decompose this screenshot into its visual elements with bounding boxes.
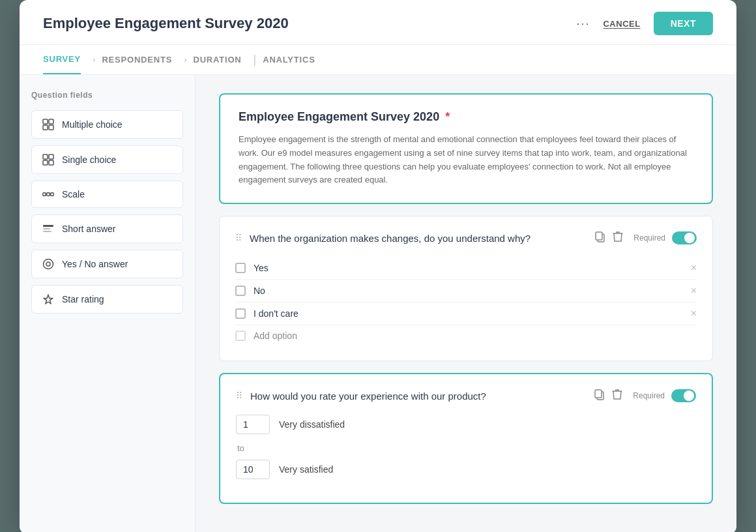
yes-no-icon (42, 258, 54, 270)
drag-handle-2[interactable]: ⠿ (236, 391, 242, 401)
option-remove-yes[interactable]: × (691, 262, 697, 274)
field-short-answer[interactable]: Short answer (31, 214, 183, 243)
tab-duration[interactable]: DURATION (193, 46, 241, 74)
field-single-choice-label: Single choice (62, 155, 116, 165)
copy-icon-1[interactable] (594, 231, 606, 245)
field-scale[interactable]: Scale (31, 181, 183, 208)
option-remove-dontcare[interactable]: × (691, 308, 697, 319)
svg-rect-5 (49, 155, 53, 159)
option-checkbox-no[interactable] (235, 286, 246, 296)
required-label-2: Required (633, 391, 665, 400)
scale-to-text: to (236, 443, 696, 453)
svg-rect-11 (43, 225, 53, 227)
survey-area: Employee Engagement Survey 2020 * Employ… (196, 75, 736, 532)
scale-from-input[interactable] (236, 415, 270, 434)
survey-header-title: Employee Engagement Survey 2020 * (239, 110, 693, 124)
drag-handle-1[interactable]: ⠿ (235, 233, 242, 243)
tab-analytics[interactable]: ANALYTICS (263, 46, 315, 74)
nav-arrow-1: › (93, 55, 95, 65)
app-window: Employee Engagement Survey 2020 ··· CANC… (20, 0, 736, 532)
nav-arrow-2: › (184, 55, 186, 65)
nav-tabs: SURVEY › RESPONDENTS › DURATION | ANALYT… (20, 45, 736, 75)
question-text-2: How would you rate your experience with … (250, 391, 586, 402)
next-button[interactable]: NEXT (654, 12, 713, 35)
option-remove-no[interactable]: × (691, 285, 697, 297)
tab-respondents[interactable]: RESPONDENTS (102, 46, 172, 74)
svg-point-9 (47, 193, 50, 196)
svg-point-10 (51, 193, 54, 196)
scale-icon (42, 191, 54, 198)
field-yes-no-label: Yes / No answer (62, 259, 128, 269)
star-icon (42, 293, 54, 305)
svg-rect-19 (595, 390, 602, 398)
svg-point-8 (43, 193, 46, 196)
svg-rect-3 (49, 125, 53, 130)
option-row-no: No × (235, 280, 697, 303)
toggle-knob-2 (684, 391, 694, 401)
required-label-1: Required (633, 233, 665, 243)
add-option-text: Add option (254, 331, 297, 341)
question-header-1: ⠿ When the organization makes changes, d… (235, 231, 697, 245)
option-row-yes: Yes × (235, 257, 697, 280)
page-title: Employee Engagement Survey 2020 (43, 15, 289, 32)
option-text-yes: Yes (254, 263, 683, 273)
field-scale-label: Scale (62, 189, 85, 200)
svg-rect-0 (43, 119, 48, 124)
nav-divider: | (254, 53, 257, 66)
field-multiple-choice[interactable]: Multiple choice (31, 110, 183, 139)
sidebar: Question fields Multiple choice (20, 75, 196, 532)
survey-header-card: Employee Engagement Survey 2020 * Employ… (219, 93, 713, 204)
required-star: * (442, 110, 450, 123)
more-options-icon[interactable]: ··· (576, 17, 590, 31)
field-star-rating[interactable]: Star rating (31, 285, 183, 314)
svg-rect-17 (596, 232, 602, 240)
question-actions-2: Required (594, 389, 696, 403)
svg-point-14 (44, 259, 53, 269)
field-short-answer-label: Short answer (62, 224, 115, 234)
svg-rect-13 (43, 231, 51, 232)
scale-to-label: Very satisfied (279, 464, 333, 475)
question-actions-1: Required (594, 231, 697, 245)
svg-rect-1 (49, 119, 53, 124)
toggle-required-2[interactable] (671, 389, 696, 402)
svg-rect-7 (49, 160, 53, 165)
copy-icon-2[interactable] (594, 389, 605, 403)
question-card-2: ⠿ How would you rate your experience wit… (219, 373, 713, 504)
question-text-1: When the organization makes changes, do … (250, 233, 587, 244)
field-yes-no[interactable]: Yes / No answer (31, 250, 183, 278)
option-checkbox-dontcare[interactable] (235, 308, 246, 319)
svg-rect-2 (43, 125, 48, 130)
delete-icon-1[interactable] (613, 231, 623, 245)
main-content: Question fields Multiple choice (20, 75, 736, 532)
toggle-required-1[interactable] (672, 231, 697, 244)
option-text-dontcare: I don't care (254, 308, 683, 319)
toggle-knob-1 (684, 233, 695, 243)
option-text-no: No (254, 286, 683, 296)
scale-to-input[interactable] (236, 460, 270, 479)
question-header-2: ⠿ How would you rate your experience wit… (236, 389, 696, 403)
option-row-add[interactable]: Add option (235, 325, 697, 346)
survey-description: Employee engagement is the strength of m… (239, 133, 693, 187)
single-choice-icon (42, 154, 54, 166)
delete-icon-2[interactable] (612, 389, 622, 403)
option-checkbox-add (235, 331, 246, 341)
svg-rect-4 (43, 155, 48, 159)
option-checkbox-yes[interactable] (235, 263, 246, 273)
cancel-button[interactable]: CANCEL (603, 19, 640, 29)
scale-from-row: Very dissatisfied (236, 415, 696, 434)
field-star-rating-label: Star rating (62, 294, 104, 304)
field-single-choice[interactable]: Single choice (31, 145, 183, 174)
scale-from-label: Very dissatisfied (279, 419, 345, 430)
scale-to-row: Very satisfied (236, 460, 696, 479)
short-answer-icon (42, 223, 54, 235)
header: Employee Engagement Survey 2020 ··· CANC… (20, 0, 736, 45)
field-multiple-choice-label: Multiple choice (62, 119, 123, 130)
multiple-choice-icon (42, 119, 54, 130)
svg-rect-12 (43, 228, 50, 229)
option-row-dontcare: I don't care × (235, 303, 697, 325)
tab-survey[interactable]: SURVEY (43, 45, 81, 74)
svg-rect-6 (43, 160, 48, 165)
header-actions: ··· CANCEL NEXT (576, 12, 713, 35)
sidebar-title: Question fields (31, 91, 183, 100)
question-card-1: ⠿ When the organization makes changes, d… (219, 216, 713, 361)
